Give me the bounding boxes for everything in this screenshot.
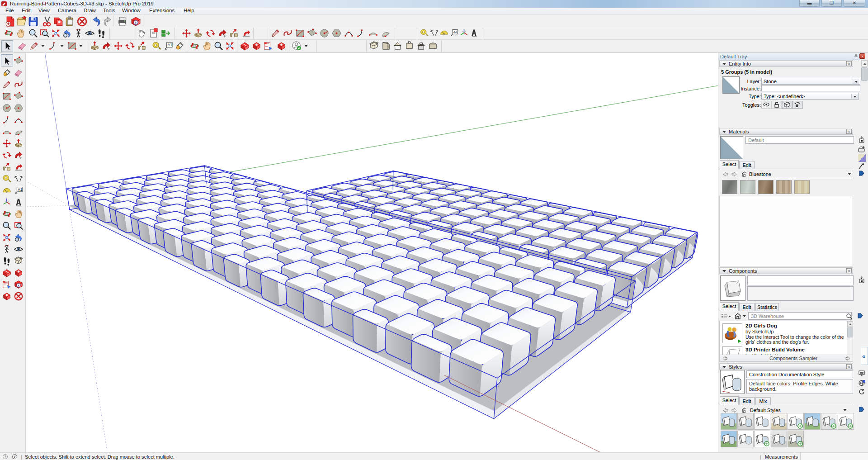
svg-text:A1: A1 xyxy=(453,30,458,34)
svg-text:A1: A1 xyxy=(168,43,173,47)
svg-text:A1: A1 xyxy=(18,188,23,192)
